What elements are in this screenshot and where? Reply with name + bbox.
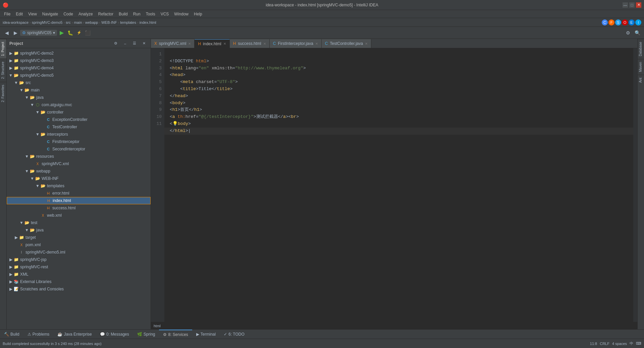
tree-item-java[interactable]: ▼ 📂 java [7,94,151,101]
breadcrumb-item-3[interactable]: main [74,20,82,24]
breadcrumb-item-1[interactable]: springMVC-demo5 [32,20,63,24]
bottom-tab-terminal[interactable]: ▶ Terminal [192,330,220,339]
chrome-icon[interactable]: C [602,19,608,25]
tree-item-src[interactable]: ▼ 📂 src [7,79,151,86]
panel-tab-maven[interactable]: Maven [638,59,644,75]
safari-icon[interactable]: S [615,19,621,25]
tree-item-package[interactable]: ▼ ⬡ com.atguigu.mvc [7,101,151,109]
tree-item-webapp[interactable]: ▼ 📂 webapp [7,167,151,175]
tab-close-success-html[interactable]: ✕ [263,42,266,46]
menu-item-run[interactable]: Run [130,11,143,17]
tree-item-springmvc-jsp[interactable]: ▶ 📁 springMVC-jsp [7,256,151,263]
menu-item-window[interactable]: Window [171,11,191,17]
panel-tab-ant[interactable]: Ant [638,75,644,85]
sidebar-settings-icon[interactable]: ☰ [130,40,139,48]
menu-item-file[interactable]: File [1,11,13,17]
menu-item-navigate[interactable]: Navigate [40,11,61,17]
bottom-tab-spring[interactable]: 🌿 Spring [133,330,159,339]
tab-close-springmvc-xml[interactable]: ✕ [188,42,191,46]
tree-item-ext-libraries[interactable]: ▶ 📚 External Libraries [7,278,151,285]
tree-item-test-controller[interactable]: ▶ C TestController [7,123,151,131]
firefox-icon[interactable]: F [608,19,614,25]
tree-item-springmvc-xml[interactable]: ▶ X springMVC.xml [7,160,151,167]
settings-button[interactable]: ⚙ [624,29,632,37]
breadcrumb-item-5[interactable]: WEB-INF [101,20,117,24]
tree-item-first-interceptor[interactable]: ▶ C FirstInterceptor [7,138,151,145]
tree-item-springmvc2[interactable]: ▶ 📁 springMVC-demo2 [7,50,151,57]
edge-icon[interactable]: E [629,19,635,25]
run-button[interactable]: ▶ [58,29,66,37]
menu-item-view[interactable]: View [25,11,40,17]
bottom-tab-java-enterprise[interactable]: ☕ Java Enterprise [53,330,96,339]
breadcrumb-item-2[interactable]: src [66,20,71,24]
tab-first-interceptor[interactable]: C FirstInterceptor.java ✕ [270,39,322,48]
tab-test-controller[interactable]: C TestController.java ✕ [322,39,371,48]
search-everywhere-button[interactable]: 🔍 [633,29,641,37]
tree-item-webxml[interactable]: ▶ X web.xml [7,212,151,219]
window-controls[interactable]: — □ ✕ [623,2,641,8]
bottom-tab-build[interactable]: 🔨 Build [0,330,23,339]
run-config[interactable]: ⚙ springMVC05 ▾ [20,30,57,36]
tree-item-second-interceptor[interactable]: ▶ C SecondInterceptor [7,145,151,153]
panel-tab-favorites[interactable]: 2: Favorites [0,82,6,105]
tree-item-interceptors[interactable]: ▼ 📂 interceptors [7,131,151,138]
tree-item-target[interactable]: ▶ 📁 target [7,234,151,241]
stop-button[interactable]: ⬛ [84,29,92,37]
tree-item-springmvc-rest[interactable]: ▶ 📁 springMVC-rest [7,263,151,271]
tab-index-html[interactable]: H index.html ✕ [195,39,229,48]
menu-item-help[interactable]: Help [191,11,205,17]
menu-item-refactor[interactable]: Refactor [96,11,116,17]
tree-item-scratches[interactable]: ▶ 📝 Scratches and Consoles [7,285,151,293]
maximize-button[interactable]: □ [629,2,635,8]
tree-item-resources[interactable]: ▼ 📂 resources [7,153,151,160]
tree-item-templates[interactable]: ▼ 📂 templates [7,182,151,190]
breadcrumb-item-4[interactable]: webapp [85,20,98,24]
bottom-tab-todo[interactable]: ✓ 6: TODO [220,330,249,339]
bottom-tab-services[interactable]: ⚙ 8: Services [159,330,192,339]
sidebar-close-icon[interactable]: ✕ [140,40,148,48]
code-content[interactable]: <!DOCTYPE html> <html lang="en" xmlns:th… [164,48,633,322]
tab-close-test-controller[interactable]: ✕ [365,42,368,46]
tab-success-html[interactable]: H success.html ✕ [230,39,270,48]
code-editor[interactable]: 1 2 3 4 5 6 7 8 9 10 11 <!DOCTYPE html> … [151,48,637,322]
tree-item-xml[interactable]: ▶ 📁 XML [7,271,151,278]
menu-item-edit[interactable]: Edit [13,11,25,17]
panel-tab-project[interactable]: 1: Project [0,39,6,59]
tree-item-test[interactable]: ▼ 📂 test [7,219,151,226]
tree-item-exception-controller[interactable]: ▶ C ExceptionController [7,116,151,123]
tree-item-success-html[interactable]: ▶ H success.html [7,204,151,212]
menu-item-code[interactable]: Code [61,11,76,17]
ie-icon[interactable]: I [635,19,641,25]
tree-item-index-html[interactable]: ▶ H index.html [7,197,151,204]
sidebar-collapse-icon[interactable]: – [121,40,129,48]
tree-item-test-java[interactable]: ▼ 📂 java [7,226,151,234]
panel-tab-structure[interactable]: 2: Structure [0,59,6,82]
tree-item-error-html[interactable]: ▶ H error.html [7,190,151,197]
breadcrumb-item-7[interactable]: index.html [140,20,156,24]
tree-item-springmvc4[interactable]: ▶ 📁 springMVC-demo4 [7,64,151,72]
sidebar-gear-icon[interactable]: ⚙ [112,40,120,48]
panel-tab-database[interactable]: Database [638,39,644,59]
menu-item-analyze[interactable]: Analyze [76,11,96,17]
back-button[interactable]: ◀ [3,29,11,37]
bottom-tab-problems[interactable]: ⚠ Problems [23,330,54,339]
tree-item-springmvc5[interactable]: ▼ 📂 springMVC-demo5 [7,72,151,79]
tree-item-webinf[interactable]: ▼ 📂 WEB-INF [7,175,151,182]
coverage-button[interactable]: ⚡ [75,29,83,37]
debug-button[interactable]: 🐛 [66,29,74,37]
tree-item-springmvc3[interactable]: ▶ 📁 springMVC-demo3 [7,57,151,64]
tree-item-main[interactable]: ▼ 📂 main [7,86,151,94]
menu-item-vcs[interactable]: VCS [158,11,172,17]
tree-item-iml[interactable]: ▶ I springMVC-demo5.iml [7,249,151,256]
breadcrumb-item-6[interactable]: templates [120,20,136,24]
minimize-button[interactable]: — [623,2,628,8]
tab-close-index-html[interactable]: ✕ [223,42,226,46]
forward-button[interactable]: ▶ [11,29,19,37]
close-button[interactable]: ✕ [636,2,641,8]
tree-item-pomxml[interactable]: ▶ X pom.xml [7,241,151,249]
menu-item-build[interactable]: Build [116,11,130,17]
tab-close-first-interceptor[interactable]: ✕ [315,42,318,46]
tree-item-controller[interactable]: ▼ 📂 controller [7,109,151,116]
bottom-tab-messages[interactable]: 💬 0: Messages [96,330,133,339]
opera-icon[interactable]: O [622,19,628,25]
